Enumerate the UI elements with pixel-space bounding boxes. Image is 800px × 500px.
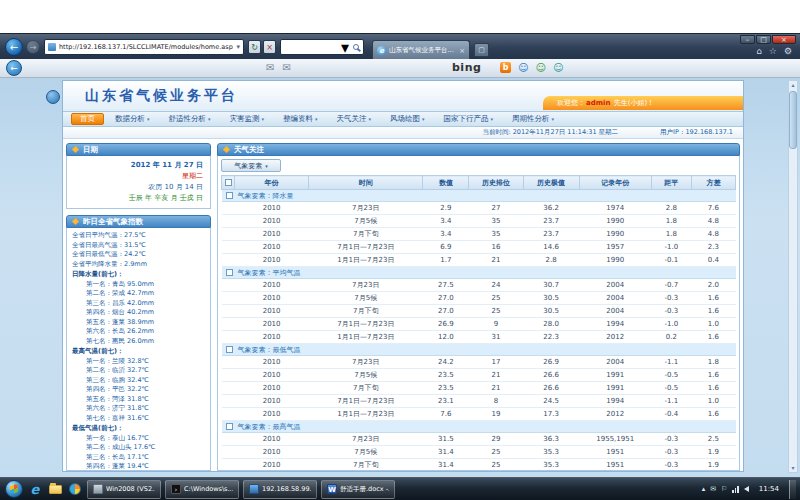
browser-tab[interactable]: e 山东省气候业务平台... ×	[372, 40, 470, 60]
table-row[interactable]: 20107月23日24.21726.92004-1.11.8	[222, 356, 736, 369]
new-tab-button[interactable]: ▢	[474, 43, 489, 57]
folder-icon	[49, 485, 62, 494]
taskbar-media-icon[interactable]	[67, 481, 83, 497]
nav-item-8[interactable]: 国家下行产品▾	[436, 113, 502, 125]
caret-icon: ▾	[422, 113, 425, 125]
nav-item-3[interactable]: 舒适性分析▾	[161, 113, 219, 125]
col-rank: 历史排位	[469, 176, 523, 190]
table-row[interactable]: 20107月1日—7月23日23.1824.51994-1.11.0	[222, 395, 736, 408]
address-dropdown-icon[interactable]: ▾	[236, 43, 240, 51]
group-row[interactable]: 气象要素：最高气温	[222, 421, 736, 433]
page-scrollbar[interactable]: ▴ ▾	[788, 80, 798, 473]
share-icon[interactable]: ☺	[553, 62, 563, 73]
nav-item-2[interactable]: 数据分析▾	[107, 113, 158, 125]
rank-item: 第七名：惠民 26.0mm	[72, 337, 205, 347]
taskbar-ie-icon[interactable]: e	[27, 481, 43, 497]
web-page: ▴ ▾ 山东省气候业务平台 欢迎您：admin 先生(小姐)！ 首页数据分析▾舒…	[0, 78, 800, 477]
tray-expand-icon[interactable]: ▴	[702, 485, 706, 493]
search-dropdown-icon[interactable]: ▾	[341, 38, 349, 57]
table-row[interactable]: 20107月23日27.52430.72004-0.72.0	[222, 279, 736, 292]
table-row[interactable]: 20107月5候3.43523.719901.84.8	[222, 215, 736, 228]
action-center-flag-icon[interactable]: ⚐	[721, 485, 727, 493]
col-year: 年份	[235, 176, 309, 190]
bing-badge-icon[interactable]: b	[500, 62, 511, 73]
search-icon[interactable]	[353, 44, 359, 50]
profile-icon[interactable]: ☺	[518, 62, 528, 73]
scroll-up-icon[interactable]: ▴	[791, 81, 794, 89]
nav-item-7[interactable]: 风场绘图▾	[382, 113, 433, 125]
bing-logo[interactable]: bing	[452, 61, 481, 74]
table-row[interactable]: 20107月5候23.52126.61991-0.51.6	[222, 369, 736, 382]
table-row[interactable]: 20107月5候31.42535.31951-0.31.9	[222, 446, 736, 459]
network-icon[interactable]	[732, 486, 739, 493]
volume-icon[interactable]	[744, 486, 749, 492]
group-checkbox[interactable]	[226, 269, 233, 276]
nav-item-9[interactable]: 周期性分析▾	[504, 113, 562, 125]
friends-icon[interactable]: ☺	[535, 62, 545, 73]
content: 日期 2012 年 11 月 27 日 星期二 农历 10 月 14 日 壬辰 …	[63, 139, 743, 471]
sidebar-toggle-button[interactable]	[46, 90, 60, 104]
mail-icon[interactable]: ✉	[266, 62, 274, 73]
address-bar[interactable]: http://192.168.137.1/SLCCLIMATE/modules/…	[44, 39, 244, 55]
search-input[interactable]: ▾	[280, 39, 364, 55]
taskbar-app-cmd[interactable]: ›C:\Windows\s...	[165, 480, 239, 499]
taskbar: e Win2008 (VS2...›C:\Windows\s...192.168…	[0, 477, 800, 500]
group-checkbox[interactable]	[226, 192, 233, 199]
browser-back-button[interactable]: ←	[5, 38, 23, 56]
rank-item: 第四名：平邑 32.2℃	[72, 385, 205, 395]
maximize-button[interactable]: □	[756, 35, 771, 44]
close-button[interactable]: ×	[772, 35, 796, 44]
site-header: 山东省气候业务平台 欢迎您：admin 先生(小姐)！	[63, 81, 743, 111]
minimize-button[interactable]: –	[740, 35, 755, 44]
table-row[interactable]: 20107月23日31.52936.31955,1951-0.32.5	[222, 433, 736, 446]
caret-icon: ▾	[147, 113, 150, 125]
scrollbar-thumb[interactable]	[789, 91, 797, 149]
group-checkbox[interactable]	[226, 423, 233, 430]
taskbar-app-vm[interactable]: Win2008 (VS2...	[87, 480, 161, 499]
group-checkbox[interactable]	[226, 346, 233, 353]
browser-forward-button[interactable]: →	[26, 40, 40, 54]
show-desktop-button[interactable]	[789, 480, 796, 499]
scroll-down-icon[interactable]: ▾	[791, 464, 794, 472]
toolbar-back-button[interactable]: ←	[6, 60, 22, 76]
nav-item-5[interactable]: 整编资料▾	[275, 113, 326, 125]
taskbar-clock[interactable]: 11:54	[754, 485, 784, 493]
table-row[interactable]: 20101月1日—7月23日1.7212.81990-0.10.4	[222, 254, 736, 267]
taskbar-app-word[interactable]: W舒适手册.docx -...	[321, 480, 395, 499]
table-row[interactable]: 20107月1日—7月23日6.91614.61957-1.02.3	[222, 241, 736, 254]
table-row[interactable]: 20107月下旬31.42535.31951-0.31.9	[222, 459, 736, 472]
rdp-icon	[249, 484, 259, 494]
table-row[interactable]: 20101月1日—7月23日12.03122.320120.21.6	[222, 331, 736, 344]
nav-item-1[interactable]: 首页	[71, 113, 104, 125]
favorites-icon[interactable]: ☆	[769, 46, 777, 56]
section-title: 最低气温(前七)：	[72, 424, 205, 434]
mail2-icon[interactable]: ✉	[282, 62, 290, 73]
table-row[interactable]: 20101月1日—7月23日7.61917.32012-0.41.6	[222, 408, 736, 421]
settings-icon[interactable]: ⚙	[784, 46, 792, 56]
site-container: 山东省气候业务平台 欢迎您：admin 先生(小姐)！ 首页数据分析▾舒适性分析…	[62, 80, 744, 472]
taskbar-explorer-icon[interactable]	[47, 481, 63, 497]
table-row[interactable]: 20107月下旬27.02530.52004-0.31.6	[222, 305, 736, 318]
element-filter-button[interactable]: 气象要素▾	[221, 159, 281, 172]
stop-button[interactable]: ×	[263, 40, 276, 54]
table-row[interactable]: 20107月5候27.02530.52004-0.31.6	[222, 292, 736, 305]
tab-close-icon[interactable]: ×	[459, 47, 465, 55]
table-row[interactable]: 20107月下旬23.52126.61991-0.51.6	[222, 382, 736, 395]
rank-item: 第五名：菏泽 31.8℃	[72, 395, 205, 405]
table-row[interactable]: 20107月1日—7月23日26.9928.01994-1.01.0	[222, 318, 736, 331]
group-row[interactable]: 气象要素：降水量	[222, 190, 736, 202]
table-row[interactable]: 20107月下旬3.43523.719901.84.8	[222, 228, 736, 241]
home-icon[interactable]: ⌂	[756, 46, 762, 56]
nav-item-4[interactable]: 灾害监测▾	[222, 113, 273, 125]
chevron-down-icon: ▾	[265, 163, 268, 169]
refresh-button[interactable]: ↻	[248, 40, 261, 54]
group-row[interactable]: 气象要素：平均气温	[222, 267, 736, 279]
start-button[interactable]	[5, 480, 23, 498]
select-all-checkbox[interactable]	[225, 179, 232, 186]
nav-item-6[interactable]: 天气关注▾	[329, 113, 380, 125]
col-anomaly: 距平	[651, 176, 691, 190]
table-row[interactable]: 20107月23日2.92736.219742.87.6	[222, 202, 736, 215]
group-row[interactable]: 气象要素：最低气温	[222, 344, 736, 356]
taskbar-app-rdp[interactable]: 192.168.58.99...	[243, 480, 317, 499]
tray-message-icon[interactable]: ✉	[710, 485, 716, 493]
